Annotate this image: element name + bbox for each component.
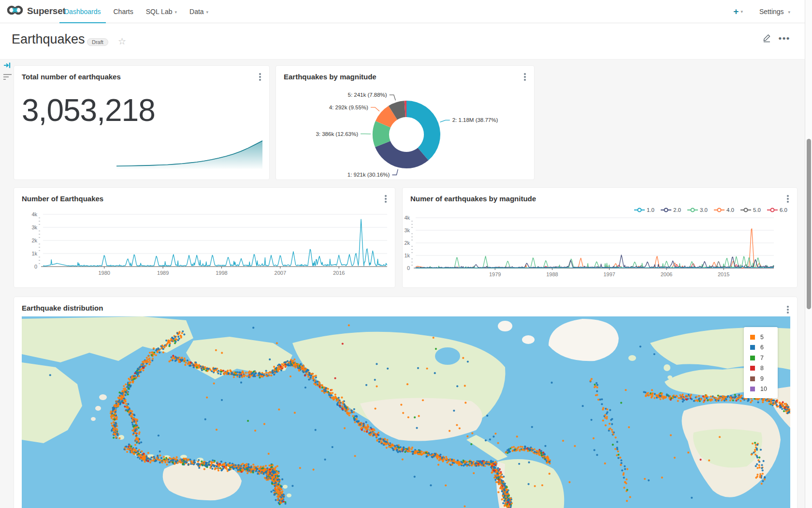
y-axis-label: 1k xyxy=(404,253,410,258)
x-axis-label: 1988 xyxy=(546,271,558,277)
x-axis-label: 2015 xyxy=(718,271,729,277)
x-axis-label: 2007 xyxy=(275,270,286,276)
card-earthquake-distribution: Earthquake distribution 5678910 xyxy=(14,297,798,508)
legend-label: 10 xyxy=(760,386,767,392)
x-axis-label: 2016 xyxy=(333,270,345,276)
y-axis-label: 2k xyxy=(404,240,410,246)
legend-swatch-icon xyxy=(750,356,755,360)
y-axis-label: 4k xyxy=(31,211,37,217)
x-axis-label: 2006 xyxy=(661,271,672,277)
legend-swatch-icon xyxy=(750,335,755,340)
y-axis-label: 4k xyxy=(404,215,410,221)
series-line-number-of-earthquakes[interactable] xyxy=(43,219,387,266)
map-legend-item-8[interactable]: 8 xyxy=(750,363,778,374)
x-axis-label: 1989 xyxy=(157,270,169,276)
status-badge: Draft xyxy=(87,38,108,46)
filter-list-icon[interactable] xyxy=(3,73,12,81)
dashboard-header: Earthquakes Draft ☆ ••• xyxy=(0,23,805,60)
chart-options-kebab-icon[interactable] xyxy=(259,73,261,82)
legend-swatch-icon xyxy=(750,345,755,350)
legend-label: 7 xyxy=(760,355,764,361)
trendline-sparkline[interactable] xyxy=(116,137,262,170)
nav-item-sql-lab[interactable]: SQL Lab▾ xyxy=(141,0,182,23)
chart-title: Earthquake distribution xyxy=(22,304,103,312)
world-scatter-map[interactable]: 5678910 xyxy=(22,316,790,508)
new-item-button[interactable]: + xyxy=(733,6,739,17)
map-legend-item-6[interactable]: 6 xyxy=(750,343,778,353)
legend-swatch-icon xyxy=(750,376,755,381)
line-chart[interactable]: 01k2k3k4k19801989199820072016 xyxy=(14,188,395,287)
legend-label: 9 xyxy=(760,375,764,382)
nav-caret-icon: ▾ xyxy=(206,10,209,15)
legend-label: 8 xyxy=(760,365,764,372)
map-legend: 5678910 xyxy=(744,327,778,398)
card-earthquakes-by-magnitude-timeseries: Numer of earthquakes by magnitude 1.02.0… xyxy=(402,187,798,288)
y-axis-label: 1k xyxy=(31,251,37,256)
top-navbar: Superset DashboardsChartsSQL Lab▾Data▾ +… xyxy=(0,0,805,23)
expand-filter-bar-icon[interactable] xyxy=(3,62,11,71)
nav-item-dashboards[interactable]: Dashboards xyxy=(59,0,106,23)
y-axis-label: 0 xyxy=(34,264,37,269)
x-axis-label: 1980 xyxy=(99,270,110,276)
x-axis-label: 1998 xyxy=(216,270,227,276)
chart-title: Total number of earthquakes xyxy=(22,73,121,81)
multi-line-chart[interactable]: 01k2k3k4k19791988199720062015 xyxy=(403,188,797,287)
legend-label: 5 xyxy=(760,334,764,341)
settings-menu[interactable]: Settings ▾ xyxy=(759,8,790,15)
superset-logo-icon xyxy=(7,4,23,18)
donut-chart[interactable]: 2: 1.18M (38.77%)1: 921k (30.16%)3: 386k… xyxy=(276,66,534,179)
x-axis-label: 1997 xyxy=(603,271,615,277)
legend-swatch-icon xyxy=(750,366,755,371)
favorite-star-icon[interactable]: ☆ xyxy=(118,36,126,47)
dashboard-actions-menu-icon[interactable]: ••• xyxy=(779,36,790,41)
map-legend-item-10[interactable]: 10 xyxy=(750,384,778,395)
page-scrollbar[interactable] xyxy=(805,0,812,508)
nav-item-charts[interactable]: Charts xyxy=(109,0,138,23)
big-number-value: 3,053,218 xyxy=(22,92,155,128)
legend-swatch-icon xyxy=(750,387,755,391)
edit-dashboard-icon[interactable] xyxy=(762,33,772,45)
nav-item-data[interactable]: Data▾ xyxy=(185,0,213,23)
card-total-earthquakes: Total number of earthquakes 3,053,218 xyxy=(14,65,270,180)
settings-caret-icon: ▾ xyxy=(788,10,790,15)
donut-label-magnitude-3: 3: 386k (12.63%) xyxy=(316,131,358,137)
series-line-3.0[interactable] xyxy=(416,256,774,268)
map-legend-item-9[interactable]: 9 xyxy=(750,374,778,384)
nav-caret-icon: ▾ xyxy=(174,10,177,15)
donut-label-magnitude-2: 2: 1.18M (38.77%) xyxy=(452,117,498,123)
x-axis-label: 1979 xyxy=(489,271,501,277)
card-earthquakes-by-magnitude: Earthquakes by magnitude 2: 1.18M (38.77… xyxy=(276,65,535,180)
card-number-of-earthquakes: Number of Earthquakes 01k2k3k4k198019891… xyxy=(14,187,395,288)
y-axis-label: 3k xyxy=(404,227,410,233)
scrollbar-thumb[interactable] xyxy=(807,139,811,309)
map-legend-item-5[interactable]: 5 xyxy=(750,332,778,343)
series-line-4.0[interactable] xyxy=(416,229,774,268)
donut-label-magnitude-4: 4: 292k (9.55%) xyxy=(329,105,368,110)
donut-label-magnitude-5: 5: 241k (7.88%) xyxy=(348,92,387,98)
superset-brand[interactable]: Superset xyxy=(7,4,66,18)
y-axis-label: 0 xyxy=(407,265,410,271)
map-canvas[interactable] xyxy=(22,316,790,508)
donut-label-magnitude-1: 1: 921k (30.16%) xyxy=(348,172,390,178)
map-legend-item-7[interactable]: 7 xyxy=(750,353,778,363)
chart-options-kebab-icon[interactable] xyxy=(787,306,789,314)
legend-label: 6 xyxy=(760,344,764,351)
nav-items: DashboardsChartsSQL Lab▾Data▾ xyxy=(59,0,216,23)
y-axis-label: 2k xyxy=(31,238,37,243)
page-title[interactable]: Earthquakes xyxy=(12,32,85,47)
settings-label: Settings xyxy=(759,8,784,15)
new-item-caret-icon[interactable]: ▾ xyxy=(740,9,743,14)
y-axis-label: 3k xyxy=(31,224,37,230)
